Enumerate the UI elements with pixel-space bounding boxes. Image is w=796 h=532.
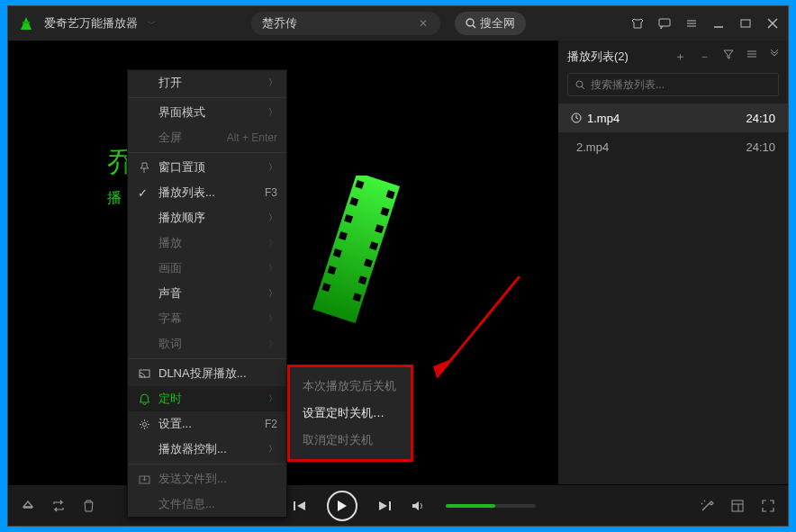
submenu-item-label: 设置定时关机… <box>303 405 384 421</box>
playlist-title: 播放列表(2) <box>567 49 629 65</box>
titlebar-buttons <box>631 17 779 30</box>
menu-item-label: 全屏 <box>158 130 182 146</box>
menu-item-shortcut: Alt + Enter <box>227 131 277 144</box>
playlist-header: 播放列表(2) ＋ － <box>558 41 788 73</box>
fullscreen-icon[interactable] <box>761 499 775 513</box>
playlist-panel: 播放列表(2) ＋ － 1.mp424:102.mp424:10 <box>557 41 788 484</box>
menu-item[interactable]: 播放顺序〉 <box>128 205 286 230</box>
menu-item: 发送文件到... <box>128 466 286 491</box>
menu-item[interactable]: 定时〉 <box>128 386 286 411</box>
playlist-item[interactable]: 1.mp424:10 <box>558 104 788 132</box>
close-icon[interactable] <box>766 17 779 30</box>
search-web-label: 搜全网 <box>480 15 515 32</box>
menu-item[interactable]: DLNA投屏播放... <box>128 361 286 386</box>
playlist-filter-icon[interactable] <box>723 49 734 65</box>
svg-rect-12 <box>312 176 400 323</box>
menu-item[interactable]: 设置...F2 <box>128 411 286 437</box>
menu-item: 画面〉 <box>128 256 286 281</box>
svg-point-30 <box>576 81 583 87</box>
submenu-item[interactable]: 设置定时关机… <box>290 400 411 427</box>
volume-slider[interactable] <box>446 504 536 508</box>
svg-line-31 <box>582 86 584 89</box>
chevron-right-icon: 〉 <box>268 262 277 275</box>
menu-item[interactable]: 窗口置顶〉 <box>128 155 286 180</box>
submenu-item: 本次播放完后关机 <box>290 373 411 400</box>
svg-rect-38 <box>389 501 391 510</box>
eject-icon[interactable] <box>21 499 35 513</box>
playlist-item[interactable]: 2.mp424:10 <box>558 132 788 161</box>
playlist-add-icon[interactable]: ＋ <box>674 49 686 65</box>
menu-item-label: 声音 <box>158 285 182 302</box>
cast-icon <box>137 366 151 381</box>
menu-item: 文件信息... <box>128 491 286 517</box>
chevron-right-icon: 〉 <box>268 312 277 325</box>
menu-item-label: 界面模式 <box>158 104 205 121</box>
play-button[interactable] <box>327 491 357 521</box>
svg-rect-1 <box>23 22 30 23</box>
menu-item-label: 画面 <box>158 260 182 276</box>
pin-icon <box>137 160 151 175</box>
menu-item-label: DLNA投屏播放... <box>158 365 247 382</box>
menu-item-label: 歌词 <box>158 336 182 352</box>
controls-bar <box>8 484 788 526</box>
menu-item[interactable]: 声音〉 <box>128 281 286 306</box>
chevron-right-icon: 〉 <box>268 237 277 249</box>
menu-item[interactable]: 打开〉 <box>128 70 286 95</box>
chevron-right-icon: 〉 <box>268 106 277 119</box>
menu-item-label: 播放列表... <box>158 185 215 201</box>
minimize-icon[interactable] <box>712 17 725 30</box>
effects-icon[interactable] <box>700 499 714 513</box>
menu-icon[interactable] <box>685 17 698 30</box>
svg-rect-9 <box>741 20 750 27</box>
chevron-right-icon: 〉 <box>268 287 277 300</box>
search-web-button[interactable]: 搜全网 <box>455 12 526 35</box>
timer-submenu[interactable]: 本次播放完后关机设置定时关机…取消定时关机 <box>287 365 413 462</box>
menu-item[interactable]: 播放器控制...〉 <box>128 437 286 462</box>
menu-item-label: 打开 <box>158 75 182 91</box>
next-button[interactable] <box>377 500 392 512</box>
context-menu[interactable]: 打开〉界面模式〉全屏Alt + Enter窗口置顶〉播放列表...F3播放顺序〉… <box>127 69 287 518</box>
playlist-item-name: 1.mp4 <box>587 112 620 125</box>
playlist-collapse-icon[interactable] <box>770 49 779 65</box>
menu-item-label: 定时 <box>158 391 182 407</box>
playlist-search-input[interactable] <box>591 78 771 91</box>
loop-icon[interactable] <box>51 499 66 513</box>
clear-search-icon[interactable]: ✕ <box>413 17 433 30</box>
menu-item: 歌词〉 <box>128 331 286 356</box>
maximize-icon[interactable] <box>739 17 752 30</box>
app-logo-icon <box>17 14 35 32</box>
svg-marker-39 <box>412 501 419 510</box>
playlist-toggle-icon[interactable] <box>730 499 745 513</box>
menu-item-label: 窗口置顶 <box>158 159 205 176</box>
submenu-item: 取消定时关机 <box>290 427 411 454</box>
menu-item[interactable]: 播放列表...F3 <box>128 180 286 205</box>
tshirt-icon[interactable] <box>631 17 644 30</box>
app-window: 爱奇艺万能播放器 ﹀ ✕ 搜全网 <box>7 5 789 527</box>
delete-icon[interactable] <box>82 499 95 513</box>
menu-item-label: 播放 <box>158 235 182 251</box>
feedback-icon[interactable] <box>658 17 671 30</box>
titlebar: 爱奇艺万能播放器 ﹀ ✕ 搜全网 <box>8 6 788 41</box>
submenu-item-label: 取消定时关机 <box>303 432 373 448</box>
search-input-box[interactable]: ✕ <box>251 12 440 35</box>
playlist-search[interactable] <box>567 73 779 96</box>
search-input[interactable] <box>262 17 413 31</box>
playlist-list-icon[interactable] <box>746 49 757 65</box>
svg-rect-40 <box>732 500 743 511</box>
playlist-actions: ＋ － <box>674 49 779 65</box>
prev-button[interactable] <box>293 500 307 512</box>
chevron-right-icon: 〉 <box>268 443 277 455</box>
svg-marker-36 <box>338 500 347 511</box>
volume-icon[interactable] <box>412 500 426 512</box>
app-title-dropdown-icon[interactable]: ﹀ <box>148 18 156 30</box>
playlist-remove-icon[interactable]: － <box>699 49 710 65</box>
playlist-item-duration: 24:10 <box>746 140 775 154</box>
menu-item-shortcut: F2 <box>265 418 277 430</box>
menu-item[interactable]: 界面模式〉 <box>128 100 286 125</box>
menu-item-label: 播放顺序 <box>158 210 205 226</box>
svg-rect-4 <box>659 19 670 26</box>
chevron-right-icon: 〉 <box>268 338 277 350</box>
svg-rect-34 <box>294 501 295 510</box>
playlist-item-name: 2.mp4 <box>576 140 609 154</box>
chevron-right-icon: 〉 <box>268 161 277 174</box>
